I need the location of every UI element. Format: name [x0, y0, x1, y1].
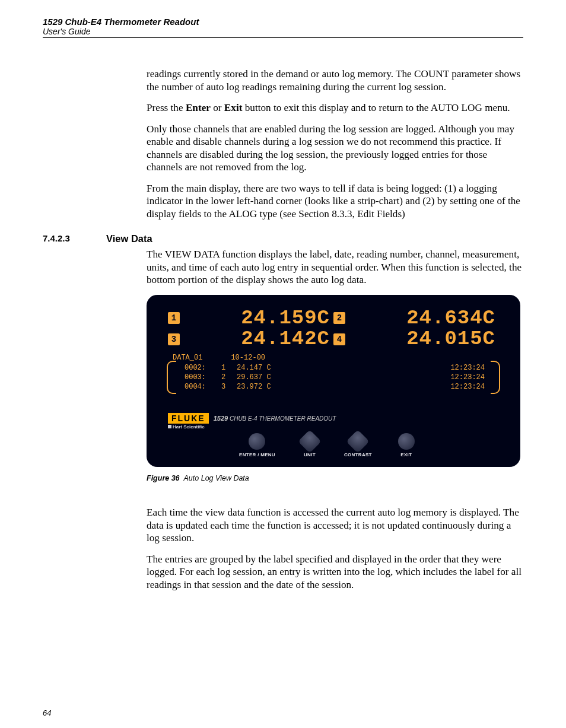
doc-subtitle: User's Guide [43, 27, 523, 36]
readout-value: 24.142C [185, 329, 333, 350]
brand-logo: FLUKE [168, 413, 209, 424]
log-row: 0003: 2 29.637 C 12:23:24 [176, 373, 491, 382]
section-heading-row: 7.4.2.3 View Data [43, 233, 523, 244]
readout-value: 24.634C [350, 308, 499, 329]
page-header: 1529 Chub-E4 Thermometer Readout User's … [43, 17, 523, 38]
log-label: DATA_01 [173, 354, 202, 362]
button-icon [298, 430, 322, 454]
unit-button[interactable]: UNIT [301, 433, 318, 457]
bracket-icon [491, 361, 500, 395]
readout-value: 24.159C [185, 308, 333, 329]
paragraph: The VIEW DATA function displays the labe… [147, 248, 523, 287]
section-number: 7.4.2.3 [43, 233, 72, 244]
model-line: 1529 CHUB E-4 THERMOMETER READOUT [214, 415, 336, 422]
section-title: View Data [106, 233, 152, 244]
paragraph: readings currently stored in the demand … [147, 68, 523, 93]
figure-caption: Figure 36 Auto Log View Data [147, 474, 523, 482]
sub-brand: Hart Scientific [168, 424, 499, 430]
log-row: 0004: 3 23.972 C 12:23:24 [176, 382, 491, 392]
paragraph: From the main display, there are two way… [147, 182, 523, 221]
readout-value: 24.015C [350, 329, 499, 350]
device-panel: FLUKE 1529 CHUB E-4 THERMOMETER READOUT … [168, 413, 499, 457]
log-date: 10-12-00 [231, 354, 265, 362]
button-icon [398, 433, 415, 450]
exit-button[interactable]: EXIT [398, 433, 415, 457]
button-icon [249, 433, 265, 450]
channel-chip: 3 [168, 333, 180, 345]
paragraph: Press the Enter or Exit button to exit t… [147, 101, 523, 115]
channel-chip: 1 [168, 312, 180, 324]
paragraph: Each time the view data function is acce… [147, 506, 523, 545]
enter-menu-button[interactable]: ENTER / MENU [239, 433, 275, 457]
channel-chip: 4 [333, 333, 345, 345]
log-row: 0002: 1 24.147 C 12:23:24 [176, 363, 491, 373]
doc-title: 1529 Chub-E4 Thermometer Readout [43, 17, 523, 27]
figure-device: 1 24.159C 2 24.634C 3 24.142C 4 24.015C … [147, 295, 523, 468]
bracket-icon [167, 361, 176, 395]
paragraph: Only those channels that are enabled dur… [147, 123, 523, 174]
button-icon [346, 430, 370, 454]
contrast-button[interactable]: CONTRAST [344, 433, 372, 457]
lcd-screen: 1 24.159C 2 24.634C 3 24.142C 4 24.015C … [168, 308, 499, 392]
paragraph: The entries are grouped by the label spe… [147, 553, 523, 592]
channel-chip: 2 [333, 312, 345, 324]
page-number: 64 [43, 708, 51, 717]
